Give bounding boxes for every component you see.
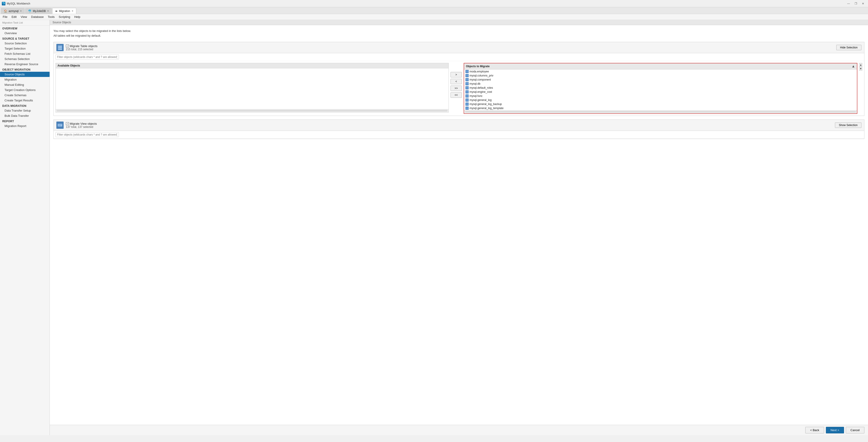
table-obj-title: ✓ Migrate Table objects xyxy=(66,44,834,48)
list-item[interactable]: mysql.general_log_backup xyxy=(464,102,857,106)
table-icon xyxy=(56,44,64,51)
table-count: 215 total, 215 selected xyxy=(66,48,834,51)
menu-view[interactable]: View xyxy=(19,15,29,19)
sidebar-item-reverse-engineer[interactable]: Reverse Engineer Source xyxy=(0,62,50,67)
sidebar-item-manual-editing[interactable]: Manual Editing xyxy=(0,82,50,87)
sidebar-item-schemas-selection[interactable]: Schemas Selection xyxy=(0,56,50,62)
tab-myjolie-close[interactable]: ✕ xyxy=(47,10,49,12)
sidebar-item-target-selection[interactable]: Target Selection xyxy=(0,46,50,51)
list-item[interactable]: mysql.columns_priv xyxy=(464,73,857,77)
sidebar-item-source-objects[interactable]: Source Objects xyxy=(0,72,50,77)
list-item[interactable]: mysql.func xyxy=(464,94,857,98)
back-button[interactable]: < Back xyxy=(805,427,824,433)
migrate-item-7: mysql.general_log xyxy=(469,98,492,102)
migrate-item-2: mysql.component xyxy=(469,78,491,81)
sidebar-item-migration-report[interactable]: Migration Report xyxy=(0,123,50,129)
available-objects-list: Available Objects xyxy=(56,63,449,113)
list-item[interactable]: mysql.default_roles xyxy=(464,86,857,90)
view-obj-info: ✓ Migrate View objects 137 total, 137 se… xyxy=(66,122,833,129)
list-item[interactable]: mysql.db xyxy=(464,82,857,86)
table-row-icon xyxy=(465,74,469,77)
sidebar-item-source-selection[interactable]: Source Selection xyxy=(0,41,50,46)
window-controls[interactable]: — ❐ ✕ xyxy=(845,1,866,6)
sidebar-item-target-creation[interactable]: Target Creation Options xyxy=(0,87,50,93)
migrate-item-5: mysql.engine_cost xyxy=(469,90,492,93)
sidebar-item-data-transfer[interactable]: Data Transfer Setup xyxy=(0,108,50,113)
menu-edit[interactable]: Edit xyxy=(10,15,18,19)
next-button[interactable]: Next > xyxy=(826,427,844,433)
transfer-all-right-button[interactable]: >> xyxy=(451,86,462,91)
intro-line2: All tables will be migrated by default. xyxy=(54,33,864,38)
hide-selection-button[interactable]: Hide Selection xyxy=(836,45,862,50)
right-scrollbar[interactable]: ▲ ▼ xyxy=(859,63,862,71)
transfer-left-button[interactable]: < xyxy=(451,79,462,84)
transfer-right-button[interactable]: > xyxy=(451,72,462,77)
list-item[interactable]: mysql.general_log xyxy=(464,98,857,102)
migrate-list-scroll-up[interactable]: ▲ xyxy=(851,64,855,68)
table-filter-input[interactable] xyxy=(56,55,119,60)
sidebar-category-source-target: SOURCE & TARGET xyxy=(0,36,50,41)
scroll-down-arrow[interactable]: ▼ xyxy=(859,67,862,70)
tab-migration-close[interactable]: ✕ xyxy=(71,10,73,12)
list-item[interactable]: mysql.general_log_template xyxy=(464,106,857,110)
migrate-item-3: mysql.db xyxy=(469,82,480,85)
cancel-button[interactable]: Cancel xyxy=(846,427,864,433)
tab-azmysql-close[interactable]: ✕ xyxy=(20,10,22,12)
list-item[interactable]: moda.employee xyxy=(464,69,857,73)
available-list-body[interactable] xyxy=(56,68,448,109)
sidebar-item-create-schemas[interactable]: Create Schemas xyxy=(0,93,50,98)
transfer-all-left-button[interactable]: << xyxy=(451,92,462,98)
table-row-icon xyxy=(465,90,469,93)
available-scrollbar[interactable] xyxy=(56,109,448,112)
menu-tools[interactable]: Tools xyxy=(46,15,56,19)
menu-scripting[interactable]: Scripting xyxy=(57,15,72,19)
sidebar-category-object-migration: OBJECT MIGRATION xyxy=(0,67,50,72)
show-selection-button[interactable]: Show Selection xyxy=(835,122,862,128)
sidebar-item-overview[interactable]: Overview xyxy=(0,31,50,36)
table-row-icon xyxy=(465,82,469,85)
close-button[interactable]: ✕ xyxy=(860,1,866,6)
main-layout: Migration Task List OVERVIEW Overview SO… xyxy=(0,20,868,435)
view-checkbox[interactable]: ✓ xyxy=(66,122,69,125)
tab-azmysql[interactable]: 🏠 azmysql ✕ xyxy=(1,8,25,14)
menu-database[interactable]: Database xyxy=(29,15,45,19)
tab-myjolie[interactable]: 🐬 MyJolieDB ✕ xyxy=(25,8,52,14)
sidebar-item-migration[interactable]: Migration xyxy=(0,77,50,82)
migrate-item-4: mysql.default_roles xyxy=(469,86,493,89)
migrate-item-0: moda.employee xyxy=(469,70,489,73)
scroll-up-arrow[interactable]: ▲ xyxy=(859,63,862,67)
sidebar-item-create-target[interactable]: Create Target Results xyxy=(0,98,50,103)
table-checkbox-label: ✓ Migrate Table objects xyxy=(66,44,98,48)
sidebar-item-bulk-transfer[interactable]: Bulk Data Transfer xyxy=(0,113,50,118)
list-item[interactable]: mysql.engine_cost xyxy=(464,90,857,94)
menu-help[interactable]: Help xyxy=(72,15,82,19)
maximize-button[interactable]: ❐ xyxy=(852,1,859,6)
table-row-icon xyxy=(465,70,469,73)
table-obj-info: ✓ Migrate Table objects 215 total, 215 s… xyxy=(66,44,834,51)
svg-rect-6 xyxy=(58,125,61,126)
migrate-scrollbar[interactable] xyxy=(464,110,857,114)
tab-migration-label: Migration xyxy=(59,9,70,13)
bottom-nav: < Back Next > Cancel xyxy=(50,425,868,435)
tab-migration[interactable]: ⬌ Migration ✕ xyxy=(52,8,76,14)
migrate-list-body[interactable]: moda.employee mysql.columns_priv mysql.c… xyxy=(464,69,857,110)
view-count: 137 total, 137 selected xyxy=(66,125,833,129)
menu-file[interactable]: File xyxy=(1,15,9,19)
migrate-item-1: mysql.columns_priv xyxy=(469,74,493,77)
minimize-button[interactable]: — xyxy=(845,1,852,6)
sidebar-category-report: REPORT xyxy=(0,118,50,123)
sidebar-header-label: Migration Task List xyxy=(0,20,50,26)
sidebar-item-fetch-schemas[interactable]: Fetch Schemas List xyxy=(0,51,50,56)
table-lists-container: Available Objects > < >> << xyxy=(54,61,864,116)
view-filter-input[interactable] xyxy=(56,132,119,137)
table-row-icon xyxy=(465,98,469,102)
table-row-icon xyxy=(465,94,469,98)
view-section-header: ✓ Migrate View objects 137 total, 137 se… xyxy=(54,120,864,131)
table-section-header: ✓ Migrate Table objects 215 total, 215 s… xyxy=(54,42,864,53)
intro-line1: You may select the objects to be migrate… xyxy=(54,29,864,33)
view-icon xyxy=(56,122,64,129)
svg-rect-2 xyxy=(58,48,62,49)
app-icon: 🐬 xyxy=(2,2,5,5)
list-item[interactable]: mysql.component xyxy=(464,77,857,82)
table-checkbox[interactable]: ✓ xyxy=(66,44,69,48)
